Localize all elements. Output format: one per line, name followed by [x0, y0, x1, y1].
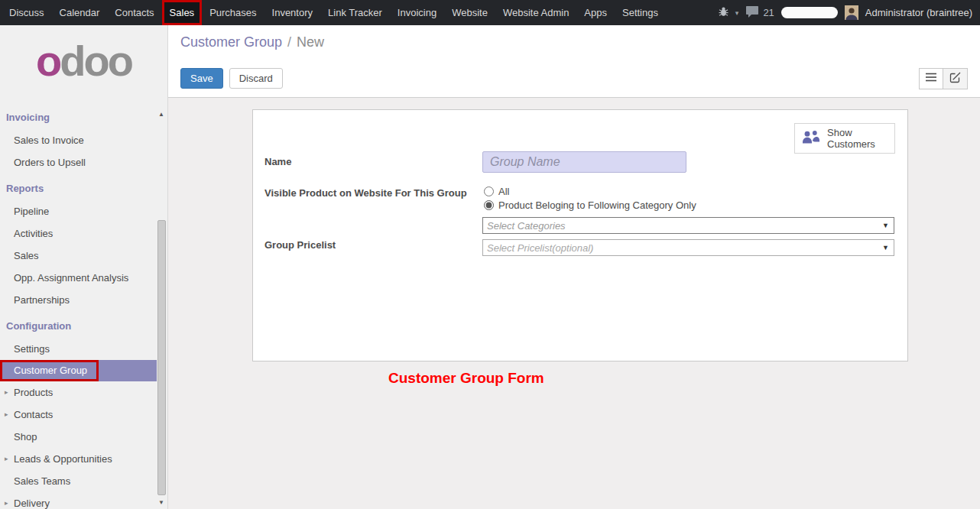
systray-pill-widget[interactable] — [781, 7, 838, 18]
menu-website[interactable]: Website — [444, 0, 495, 25]
sidebar-section-invoicing: Invoicing — [0, 102, 157, 129]
categories-select-placeholder: Select Categories — [487, 220, 566, 232]
odoo-app-window: Discuss Calendar Contacts Sales Purchase… — [0, 0, 980, 509]
sidebar-item-sales-teams[interactable]: Sales Teams — [0, 470, 157, 492]
group-name-input[interactable] — [482, 151, 686, 173]
pricelist-field-label: Group Pricelist — [264, 239, 336, 251]
scroll-up-icon[interactable]: ▲ — [158, 111, 164, 118]
sidebar-item-label: Delivery — [14, 498, 50, 509]
sidebar-item-sales-to-invoice[interactable]: Sales to Invoice — [0, 129, 157, 151]
discard-button[interactable]: Discard — [229, 68, 283, 89]
pricelist-select-placeholder: Select Pricelist(optional) — [487, 242, 593, 254]
menu-link-tracker[interactable]: Link Tracker — [320, 0, 390, 25]
expand-arrow-icon: ▸ — [5, 410, 8, 418]
sidebar: odoo ▲ Invoicing Sales to Invoice Orders… — [0, 25, 168, 509]
sidebar-item-label: Activities — [14, 228, 53, 239]
expand-arrow-icon: ▸ — [5, 388, 8, 396]
scroll-down-icon[interactable]: ▼ — [158, 499, 164, 506]
list-view-button[interactable] — [919, 68, 943, 89]
sidebar-item-label: Partnerships — [14, 294, 70, 306]
sidebar-item-opp-assignment-analysis[interactable]: Opp. Assignment Analysis — [0, 267, 157, 289]
sidebar-item-sales[interactable]: Sales — [0, 245, 157, 267]
view-switcher — [919, 68, 968, 89]
radio-all-input[interactable] — [484, 186, 494, 196]
pricelist-select[interactable]: Select Pricelist(optional) ▼ — [482, 239, 894, 256]
breadcrumb-separator: / — [287, 34, 291, 50]
sidebar-item-label: Products — [14, 387, 53, 398]
customers-group-icon — [801, 129, 821, 148]
radio-all[interactable]: All — [484, 184, 696, 198]
sidebar-item-leads-opportunities[interactable]: ▸Leads & Opportunities — [0, 448, 157, 470]
logo-letter: o — [36, 37, 60, 85]
sidebar-section-configuration: Configuration — [0, 311, 157, 338]
show-customers-button[interactable]: Show Customers — [794, 123, 895, 154]
form-view-button[interactable] — [943, 68, 968, 89]
expand-arrow-icon: ▸ — [5, 455, 8, 462]
top-navbar: Discuss Calendar Contacts Sales Purchase… — [0, 0, 980, 25]
sidebar-item-label: Contacts — [14, 409, 53, 420]
radio-category-only-input[interactable] — [484, 200, 494, 210]
sidebar-item-label: Pipeline — [14, 206, 49, 217]
systray: ▾ 21 Administrator (braintree) — [719, 0, 980, 25]
sidebar-item-orders-to-upsell[interactable]: Orders to Upsell — [0, 151, 157, 173]
sidebar-item-delivery[interactable]: ▸Delivery — [0, 492, 157, 509]
sidebar-item-partnerships[interactable]: Partnerships — [0, 289, 157, 311]
list-view-icon — [925, 72, 937, 85]
sidebar-item-pipeline[interactable]: Pipeline — [0, 200, 157, 222]
sidebar-item-label: Customer Group — [14, 365, 87, 376]
menu-inventory[interactable]: Inventory — [264, 0, 320, 25]
logo-letters: doo — [60, 37, 131, 85]
sidebar-item-label: Opp. Assignment Analysis — [14, 272, 128, 284]
sidebar-item-label: Settings — [14, 343, 50, 355]
dropdown-arrow-icon: ▼ — [882, 244, 890, 251]
radio-all-label: All — [498, 186, 509, 197]
menu-purchases[interactable]: Purchases — [202, 0, 264, 25]
control-panel: Save Discard — [168, 60, 980, 98]
user-avatar[interactable] — [845, 5, 858, 20]
menu-calendar[interactable]: Calendar — [52, 0, 108, 25]
menu-apps[interactable]: Apps — [576, 0, 615, 25]
sidebar-item-label: Shop — [14, 431, 37, 443]
sidebar-item-activities[interactable]: Activities — [0, 222, 157, 245]
menu-contacts[interactable]: Contacts — [107, 0, 161, 25]
sidebar-item-settings[interactable]: Settings — [0, 338, 157, 360]
sidebar-item-label: Sales Teams — [14, 475, 70, 487]
radio-category-only[interactable]: Product Beloging to Following Category O… — [484, 198, 696, 212]
sidebar-item-contacts[interactable]: ▸Contacts — [0, 404, 157, 426]
menu-discuss[interactable]: Discuss — [2, 0, 52, 25]
sidebar-item-label: Sales to Invoice — [14, 135, 84, 146]
menu-sales[interactable]: Sales — [162, 0, 203, 25]
visible-product-radio-group: All Product Beloging to Following Catego… — [484, 184, 696, 212]
categories-select[interactable]: Select Categories ▼ — [482, 217, 894, 234]
sidebar-section-reports: Reports — [0, 173, 157, 200]
annotation-highlight-box: Customer Group — [0, 360, 99, 381]
sidebar-item-customer-group[interactable]: Customer Group — [0, 360, 157, 381]
sidebar-item-label: Leads & Opportunities — [14, 453, 112, 465]
user-menu[interactable]: Administrator (braintree) — [865, 7, 972, 18]
name-field-label: Name — [264, 156, 291, 167]
messages-icon[interactable] — [745, 5, 759, 21]
show-customers-label: Show Customers — [827, 127, 888, 150]
breadcrumb: Customer Group / New — [168, 25, 980, 60]
form-view: Show Customers Name Visible Product on W… — [168, 98, 980, 509]
sidebar-item-products[interactable]: ▸Products — [0, 381, 157, 404]
save-button[interactable]: Save — [180, 68, 223, 89]
menu-invoicing[interactable]: Invoicing — [390, 0, 444, 25]
visible-product-field-label: Visible Product on Website For This Grou… — [264, 187, 467, 199]
sidebar-menu: Invoicing Sales to Invoice Orders to Ups… — [0, 102, 157, 509]
expand-arrow-icon: ▸ — [5, 499, 8, 507]
main-content: Customer Group / New Save Discard — [168, 25, 980, 509]
menu-settings[interactable]: Settings — [615, 0, 666, 25]
caret-down-icon[interactable]: ▾ — [735, 9, 739, 17]
sidebar-scrollbar-thumb[interactable] — [157, 220, 166, 495]
form-sheet: Show Customers Name Visible Product on W… — [252, 109, 908, 361]
sidebar-item-shop[interactable]: Shop — [0, 426, 157, 448]
sidebar-item-label: Orders to Upsell — [14, 157, 86, 168]
top-menu: Discuss Calendar Contacts Sales Purchase… — [0, 0, 666, 25]
breadcrumb-current: New — [297, 34, 324, 50]
debug-bug-icon[interactable] — [719, 6, 729, 20]
menu-website-admin[interactable]: Website Admin — [495, 0, 576, 25]
breadcrumb-parent-link[interactable]: Customer Group — [180, 34, 282, 50]
messages-count-badge[interactable]: 21 — [763, 7, 774, 18]
radio-category-only-label: Product Beloging to Following Category O… — [498, 199, 696, 211]
